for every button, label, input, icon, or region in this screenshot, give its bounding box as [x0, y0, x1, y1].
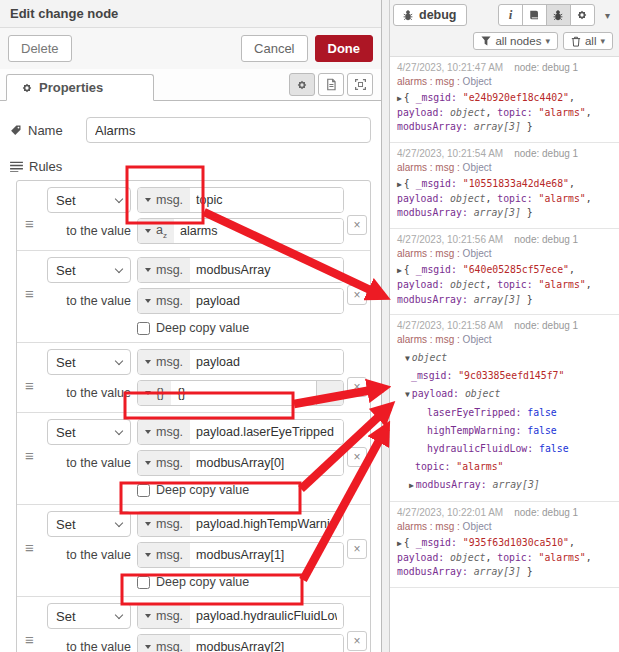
drag-handle-icon[interactable]: ≡: [25, 451, 34, 461]
debug-message[interactable]: 4/27/2023, 10:21:47 AMnode: debug 1 alar…: [390, 57, 619, 143]
remove-rule-button[interactable]: ×: [347, 285, 367, 305]
deep-copy-checkbox[interactable]: [137, 576, 150, 589]
rule-action-select[interactable]: Set: [47, 187, 131, 213]
tag-icon: [10, 124, 22, 136]
chevron-down-icon: [115, 264, 123, 272]
tab-debug[interactable]: debug: [393, 4, 467, 26]
rule-value-field[interactable]: [171, 381, 316, 405]
node-appearance-button[interactable]: [347, 73, 373, 96]
drag-handle-icon[interactable]: ≡: [25, 543, 34, 553]
dialog-tabs: Properties: [0, 69, 381, 101]
settings-tab-button[interactable]: [570, 4, 595, 26]
clear-messages-button[interactable]: all▾: [563, 32, 613, 50]
msg-type-chip[interactable]: msg.: [138, 289, 190, 313]
help-tab-button[interactable]: [522, 4, 547, 26]
string-type-chip[interactable]: az: [138, 219, 174, 243]
name-input[interactable]: [86, 117, 371, 143]
collapse-toggle[interactable]: ▼: [405, 390, 410, 399]
debug-tab-button[interactable]: [546, 4, 571, 26]
msg-type-chip[interactable]: msg.: [138, 512, 190, 536]
rule-value-field[interactable]: [190, 543, 343, 567]
remove-rule-button[interactable]: ×: [347, 447, 367, 467]
dialog-toolbar: Delete Cancel Done: [0, 28, 381, 69]
caret-down-icon: [145, 268, 151, 272]
drag-handle-icon[interactable]: ≡: [25, 635, 34, 645]
remove-rule-button[interactable]: ×: [347, 215, 367, 235]
chevron-down-icon: [115, 194, 123, 202]
panel-resize-handle[interactable]: [382, 0, 390, 652]
remove-rule-button[interactable]: ×: [347, 631, 367, 651]
rule-action-select[interactable]: Set: [47, 349, 131, 375]
message-node: node: debug 1: [514, 234, 578, 245]
message-topic: alarms : msg : Object: [397, 334, 612, 345]
rule-value-field[interactable]: [190, 451, 343, 475]
expand-toggle[interactable]: ▶: [397, 180, 402, 189]
message-topic: alarms : msg : Object: [397, 521, 612, 532]
node-settings-button[interactable]: [289, 73, 315, 96]
rule-value-field[interactable]: [174, 219, 343, 243]
caret-down-icon: [145, 645, 151, 649]
chevron-down-icon: ▾: [545, 36, 550, 46]
rule-target-field[interactable]: [190, 188, 343, 212]
msg-type-chip[interactable]: msg.: [138, 350, 190, 374]
node-description-button[interactable]: [318, 73, 344, 96]
msg-type-chip[interactable]: msg.: [138, 258, 190, 282]
bug-icon: [552, 9, 564, 22]
gear-icon: [296, 79, 308, 91]
rule-row: ≡ Set msg. to the value msg. × D: [17, 251, 370, 343]
rule-value-field[interactable]: [190, 635, 343, 652]
rule-target-field[interactable]: [190, 350, 343, 374]
rule-target-field[interactable]: [190, 604, 343, 628]
rules-list: ≡ Set msg. to the value az: [16, 180, 371, 652]
tab-properties[interactable]: Properties: [6, 74, 154, 101]
msg-type-chip[interactable]: msg.: [138, 604, 190, 628]
rule-target-field[interactable]: [190, 420, 343, 444]
filter-funnel-icon: [481, 36, 491, 46]
rule-target-field[interactable]: [190, 258, 343, 282]
rule-action-select[interactable]: Set: [47, 603, 131, 629]
rule-value-field[interactable]: [190, 289, 343, 313]
info-tab-button[interactable]: i: [498, 4, 523, 26]
json-type-chip[interactable]: {}: [138, 381, 171, 405]
msg-type-chip[interactable]: msg.: [138, 420, 190, 444]
msg-type-chip[interactable]: msg.: [138, 635, 190, 652]
rule-action-select[interactable]: Set: [47, 257, 131, 283]
debug-message[interactable]: 4/27/2023, 10:21:54 AMnode: debug 1 alar…: [390, 143, 619, 229]
deep-copy-checkbox[interactable]: [137, 484, 150, 497]
msg-type-chip[interactable]: msg.: [138, 543, 190, 567]
rule-action-select[interactable]: Set: [47, 419, 131, 445]
debug-message[interactable]: 4/27/2023, 10:22:01 AMnode: debug 1 alar…: [390, 502, 619, 588]
expand-editor-button[interactable]: …: [316, 381, 343, 405]
debug-message-expanded[interactable]: 4/27/2023, 10:21:58 AMnode: debug 1 alar…: [390, 315, 619, 502]
expand-toggle[interactable]: ▶: [397, 94, 402, 103]
rule-target-field[interactable]: [190, 512, 343, 536]
deep-copy-label: Deep copy value: [156, 483, 249, 497]
expand-toggle[interactable]: ▶: [397, 539, 402, 548]
gear-icon: [576, 9, 588, 21]
remove-rule-button[interactable]: ×: [347, 377, 367, 397]
remove-rule-button[interactable]: ×: [347, 539, 367, 559]
cancel-button[interactable]: Cancel: [241, 35, 307, 62]
sidebar-menu-button[interactable]: ▾: [599, 9, 616, 22]
chevron-down-icon: [115, 356, 123, 364]
rule-row: ≡ Set msg. to the value msg. × D: [17, 505, 370, 597]
caret-down-icon: [145, 299, 151, 303]
debug-message[interactable]: 4/27/2023, 10:21:56 AMnode: debug 1 alar…: [390, 229, 619, 315]
collapse-toggle[interactable]: ▼: [405, 354, 410, 363]
rule-target-input: msg.: [137, 187, 344, 213]
expand-toggle[interactable]: ▶: [397, 266, 402, 275]
deep-copy-checkbox[interactable]: [137, 322, 150, 335]
book-icon: [528, 9, 540, 21]
filter-nodes-button[interactable]: all nodes▾: [473, 32, 558, 50]
drag-handle-icon[interactable]: ≡: [25, 219, 34, 229]
done-button[interactable]: Done: [315, 35, 374, 62]
caret-down-icon: [145, 391, 151, 395]
drag-handle-icon[interactable]: ≡: [25, 289, 34, 299]
msg-type-chip[interactable]: msg.: [138, 188, 190, 212]
drag-handle-icon[interactable]: ≡: [25, 381, 34, 391]
delete-button[interactable]: Delete: [8, 35, 72, 62]
rule-action-select[interactable]: Set: [47, 511, 131, 537]
expand-toggle[interactable]: ▶: [409, 481, 414, 490]
rule-row: ≡ Set msg. to the value az: [17, 181, 370, 251]
msg-type-chip[interactable]: msg.: [138, 451, 190, 475]
